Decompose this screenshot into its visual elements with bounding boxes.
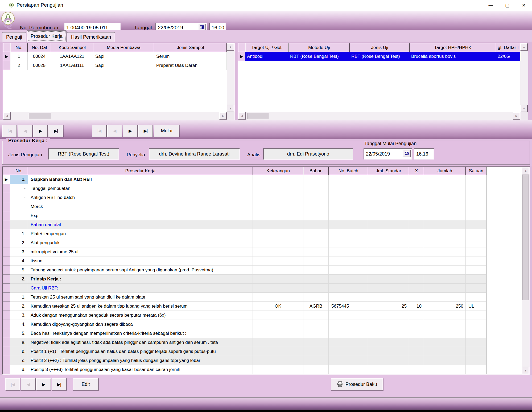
table-cell[interactable]: Brucella abortus bovis (410, 52, 496, 61)
procedure-cell[interactable] (424, 284, 466, 293)
procedure-cell[interactable] (253, 365, 303, 374)
sample-grid-vertical-scrollbar[interactable]: ▲ ▼ (227, 43, 234, 112)
procedure-cell[interactable] (329, 365, 368, 374)
procedure-cell[interactable] (424, 184, 466, 193)
procedure-cell[interactable] (368, 347, 409, 356)
procedure-row[interactable]: 4.tissue (3, 256, 529, 266)
column-header[interactable]: Satuan (466, 167, 486, 175)
procedure-cell[interactable] (409, 338, 424, 347)
procedure-cell[interactable]: Siapkan Bahan dan Alat RBT (28, 175, 253, 184)
procedure-cell[interactable] (466, 256, 486, 266)
scroll-up-icon[interactable]: ▲ (522, 167, 529, 174)
close-button[interactable]: ✕ (515, 0, 532, 11)
procedure-row[interactable]: 3.Aduk dengan menggunakan pengaduk secar… (3, 311, 529, 320)
procedure-cell[interactable] (253, 184, 303, 193)
procedure-cell[interactable] (253, 256, 303, 266)
procedure-row[interactable]: -Tanggal pembuatan (3, 184, 529, 193)
procedure-cell[interactable]: 2. (10, 302, 28, 311)
column-header[interactable]: Jenis Sampel (154, 43, 227, 52)
scroll-right-icon[interactable]: ▶ (513, 112, 520, 120)
procedure-row[interactable]: ▶1.Siapkan Bahan dan Alat RBT (3, 175, 529, 184)
scroll-up-icon[interactable]: ▲ (520, 43, 528, 51)
tab-penguji[interactable]: Penguji (2, 32, 26, 42)
procedure-cell[interactable] (253, 284, 303, 293)
procedure-cell[interactable]: Aduk dengan menggunakan pengaduk secara … (28, 311, 253, 320)
procedure-cell[interactable] (368, 229, 409, 238)
first-record-button[interactable]: |◀ (92, 125, 107, 137)
procedure-cell[interactable] (253, 338, 303, 347)
procedure-row[interactable]: Bahan dan alat (3, 220, 529, 229)
procedure-cell[interactable] (329, 356, 368, 365)
column-header[interactable]: Prosedur Kerja (28, 167, 253, 175)
procedure-cell[interactable]: Bahan dan alat (28, 220, 253, 229)
procedure-cell[interactable] (303, 284, 329, 293)
procedure-cell[interactable] (329, 202, 368, 211)
prior-record-button[interactable]: ◀ (21, 378, 36, 390)
procedure-cell[interactable] (253, 347, 303, 356)
procedure-cell[interactable] (466, 338, 486, 347)
scroll-down-icon[interactable]: ▼ (227, 105, 234, 112)
procedure-cell[interactable] (409, 202, 424, 211)
procedure-row[interactable]: a.Negative: tidak ada aglutinasi, tidak … (3, 338, 529, 347)
procedure-cell[interactable]: - (10, 184, 28, 193)
procedure-cell[interactable] (424, 220, 466, 229)
procedure-cell[interactable] (424, 347, 466, 356)
column-header[interactable]: Metode Uji (288, 43, 350, 52)
procedure-cell[interactable] (329, 293, 368, 302)
procedure-cell[interactable] (409, 311, 424, 320)
table-cell[interactable]: Serum (154, 52, 227, 61)
procedure-cell[interactable] (253, 247, 303, 256)
procedure-row[interactable]: -Exp (3, 211, 529, 220)
procedure-cell[interactable] (10, 220, 28, 229)
procedure-cell[interactable] (303, 247, 329, 256)
table-cell[interactable]: Preparat Ulas Darah (154, 61, 227, 70)
procedure-cell[interactable]: 1. (10, 175, 28, 184)
procedure-cell[interactable] (329, 275, 368, 284)
procedure-cell[interactable]: - (10, 202, 28, 211)
procedure-cell[interactable] (409, 365, 424, 374)
procedure-cell[interactable] (303, 184, 329, 193)
procedure-cell[interactable] (303, 320, 329, 329)
procedure-cell[interactable] (303, 266, 329, 275)
procedure-cell[interactable]: b. (10, 347, 28, 356)
procedure-cell[interactable] (466, 184, 486, 193)
procedure-row[interactable]: 2.Prinsip Kerja : (3, 275, 529, 284)
procedure-cell[interactable] (368, 338, 409, 347)
procedure-cell[interactable] (409, 184, 424, 193)
procedure-cell[interactable] (253, 329, 303, 338)
table-cell[interactable]: RBT (Rose Bengal Test) (350, 52, 410, 61)
calendar-icon[interactable]: 15 (403, 149, 411, 157)
penyelia-field[interactable]: drh. Devine Indra Ranee Larasati (149, 148, 240, 160)
scroll-left-icon[interactable]: ◀ (3, 112, 11, 120)
procedure-cell[interactable] (409, 329, 424, 338)
procedure-cell[interactable] (368, 184, 409, 193)
procedure-cell[interactable]: 5. (10, 329, 28, 338)
procedure-cell[interactable]: mikropipet volume 25 ul (28, 247, 253, 256)
procedure-cell[interactable] (424, 266, 466, 275)
tab-hasil-pemeriksaan[interactable]: Hasil Pemeriksaan (67, 32, 115, 42)
procedure-cell[interactable] (368, 356, 409, 365)
table-cell[interactable]: 22/05/ (496, 52, 520, 61)
procedure-row[interactable]: 5.Baca hasil reaksinya dengan memperliha… (3, 329, 529, 338)
minimize-button[interactable]: — (482, 0, 499, 11)
procedure-cell[interactable] (303, 229, 329, 238)
procedure-row[interactable]: 2.Kemudian teteskan 25 ul antigen ke dal… (3, 302, 529, 311)
procedure-cell[interactable] (329, 193, 368, 202)
procedure-cell[interactable] (466, 202, 486, 211)
procedure-cell[interactable] (424, 338, 466, 347)
procedure-cell[interactable]: Cara Uji RBT: (28, 284, 253, 293)
procedure-cell[interactable] (368, 202, 409, 211)
procedure-cell[interactable] (253, 193, 303, 202)
procedure-cell[interactable] (466, 293, 486, 302)
procedure-cell[interactable]: Merck (28, 202, 253, 211)
procedure-row[interactable]: c.Positif 2 (++2) : Terlihat jelas pengg… (3, 356, 529, 365)
procedure-row[interactable]: 4.Kemudian digoyang-goyangkan dan segera… (3, 320, 529, 329)
column-header[interactable]: No. (10, 167, 28, 175)
tanggal-mulai-date-field[interactable]: 22/05/2019 15 (364, 148, 412, 160)
procedure-cell[interactable] (466, 238, 486, 247)
procedure-row[interactable]: b.Positif 1 (+1) : Terlihat penggumpalan… (3, 347, 529, 356)
procedure-cell[interactable]: tissue (28, 256, 253, 266)
procedure-cell[interactable]: 2. (10, 275, 28, 284)
procedure-cell[interactable] (368, 284, 409, 293)
column-header[interactable]: No. (10, 43, 28, 52)
